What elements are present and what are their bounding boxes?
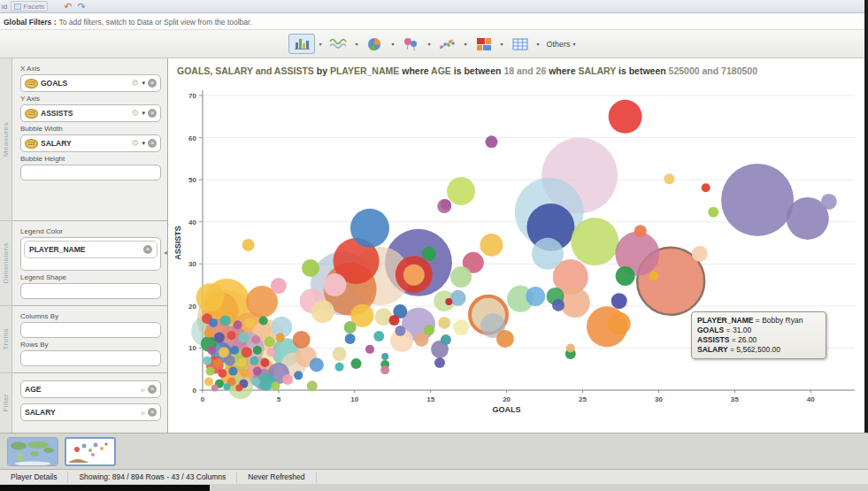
status-view-name: Player Details [0, 472, 68, 483]
dimensions-section: Legend Color PLAYER_NAME × Legend Shape [12, 221, 167, 306]
chevron-down-icon[interactable]: ▾ [142, 80, 145, 87]
legend-color-pill[interactable]: PLAYER_NAME × [24, 241, 157, 258]
gear-icon[interactable]: ⚙ [132, 79, 140, 88]
y-axis-label: Y Axis [20, 95, 161, 103]
filter-salary-value: SALARY [25, 408, 56, 417]
facets-icon [14, 4, 21, 10]
svg-text:ASSISTS: ASSISTS [173, 226, 182, 260]
bar-chart-caret-icon[interactable]: ▾ [319, 41, 321, 47]
svg-text:0: 0 [201, 395, 205, 403]
filter-funnel-icon[interactable]: ▹ [142, 386, 145, 394]
bubble-chart-icon[interactable] [397, 34, 424, 55]
scatter-chart-caret-icon[interactable]: ▾ [464, 41, 466, 47]
legend-shape-label: Legend Shape [20, 273, 161, 281]
gear-icon[interactable]: ⚙ [132, 139, 140, 148]
table-view-caret-icon[interactable]: ▾ [537, 41, 540, 47]
line-chart-caret-icon[interactable]: ▾ [355, 41, 357, 47]
main-area: Measures Dimensions Trellis Filter X Axi… [0, 58, 868, 433]
bubble-height-dropzone[interactable] [20, 165, 161, 180]
pie-chart-icon[interactable] [361, 34, 388, 55]
filter-pill-age[interactable]: AGE ▹ × [20, 380, 161, 398]
status-row-count: Showing: 894 / 894 Rows - 43 / 43 Column… [68, 472, 237, 483]
columns-by-dropzone[interactable] [20, 322, 161, 338]
section-tab-measures[interactable]: Measures [0, 58, 12, 221]
remove-icon[interactable]: × [148, 139, 157, 148]
section-tab-trellis[interactable]: Trellis [0, 306, 12, 373]
legend-color-dropzone[interactable]: PLAYER_NAME × [20, 237, 161, 271]
map-view-thumbnail[interactable] [7, 437, 58, 466]
chevron-down-icon[interactable]: ▾ [142, 140, 145, 147]
filter-pill-salary[interactable]: SALARY ▹ × [20, 403, 161, 421]
heatmap-chart-caret-icon[interactable]: ▾ [501, 41, 503, 47]
tooltip-row: GOALS = 31.00 [697, 326, 820, 335]
sidebar-collapse-icon[interactable]: ◂ [164, 249, 167, 257]
gear-icon[interactable]: ⚙ [132, 109, 140, 118]
y-axis-dropzone[interactable]: 123 ASSISTS ⚙ ▾ × [20, 104, 161, 122]
tooltip-row: PLAYER_NAME = Bobby Ryan [697, 316, 820, 326]
rows-by-dropzone[interactable] [20, 350, 161, 366]
measure-coin-icon: 123 [25, 79, 38, 88]
table-view-icon[interactable] [507, 34, 534, 55]
remove-icon[interactable]: × [143, 245, 152, 254]
svg-text:10: 10 [188, 344, 196, 352]
svg-text:40: 40 [188, 219, 196, 226]
svg-text:20: 20 [188, 303, 196, 311]
bar-chart-icon[interactable] [288, 34, 315, 54]
svg-text:30: 30 [655, 395, 663, 403]
bubble-chart-caret-icon[interactable]: ▾ [427, 41, 430, 47]
bubble-width-dropzone[interactable]: 123 SALARY ⚙ ▾ × [20, 134, 161, 152]
svg-text:0: 0 [193, 387, 197, 395]
remove-icon[interactable]: × [148, 79, 157, 88]
legend-shape-dropzone[interactable] [20, 283, 161, 299]
svg-text:10: 10 [350, 395, 358, 403]
svg-text:60: 60 [188, 134, 196, 142]
redo-icon[interactable]: ↷ [77, 2, 85, 11]
filter-funnel-icon[interactable]: ▹ [142, 409, 145, 417]
pie-chart-caret-icon[interactable]: ▾ [391, 41, 394, 47]
taskbar-fragment [0, 485, 210, 491]
global-filters-text: To add filters, switch to Data or Split … [59, 18, 252, 27]
filter-section: AGE ▹ × SALARY ▹ × [12, 373, 167, 432]
svg-text:GOALS: GOALS [493, 405, 521, 414]
svg-text:35: 35 [731, 395, 739, 403]
window-top-strip: id Facets ↶ ↷ [0, 0, 868, 13]
facets-button[interactable]: Facets [11, 1, 48, 12]
data-point-tooltip: PLAYER_NAME = Bobby Ryan GOALS = 31.00 A… [691, 311, 826, 359]
svg-text:40: 40 [807, 395, 815, 403]
undo-icon[interactable]: ↶ [64, 2, 72, 11]
line-chart-icon[interactable] [325, 34, 351, 54]
y-axis-value: ASSISTS [41, 109, 73, 118]
view-thumbnails-bar [0, 433, 868, 469]
measure-coin-icon: 123 [25, 139, 38, 149]
bubble-chart-panel[interactable]: ◂ 0102030405060700510152025303540GOALSAS… [168, 58, 868, 433]
columns-by-label: Columns By [20, 312, 161, 320]
chevron-down-icon[interactable]: ▾ [142, 110, 145, 117]
others-label: Others [547, 40, 571, 49]
remove-icon[interactable]: × [148, 385, 157, 394]
others-button[interactable]: Others ▾ [543, 38, 580, 50]
measures-section: X Axis 123 GOALS ⚙ ▾ × Y Axis 123 ASSIST… [12, 58, 167, 221]
tooltip-row: ASSISTS = 26.00 [697, 335, 820, 345]
chart-title: GOALS, SALARY and ASSISTS by PLAYER_NAME… [177, 65, 866, 76]
bubble-chart-plot[interactable]: 0102030405060700510152025303540GOALSASSI… [168, 58, 866, 433]
section-tab-filter[interactable]: Filter [0, 373, 12, 432]
remove-icon[interactable]: × [148, 408, 157, 417]
section-tab-dimensions[interactable]: Dimensions [0, 221, 12, 306]
svg-text:15: 15 [426, 395, 434, 403]
status-bar: Player Details Showing: 894 / 894 Rows -… [0, 469, 868, 484]
svg-text:50: 50 [188, 176, 196, 184]
window-title-fragment: id [2, 3, 7, 11]
global-filters-label: Global Filters : [4, 18, 57, 27]
bubble-width-value: SALARY [41, 139, 72, 148]
x-axis-dropzone[interactable]: 123 GOALS ⚙ ▾ × [20, 74, 161, 92]
svg-text:70: 70 [188, 92, 196, 100]
heatmap-chart-icon[interactable] [471, 34, 497, 55]
chart-settings-sidebar: Measures Dimensions Trellis Filter X Axi… [0, 58, 168, 433]
filter-age-value: AGE [25, 385, 41, 394]
bubble-width-label: Bubble Width [20, 125, 161, 133]
scatter-chart-icon[interactable] [434, 34, 460, 55]
chart-type-toolbar: ▾ ▾ ▾ ▾ ▾ [0, 30, 868, 58]
svg-text:20: 20 [503, 395, 511, 403]
bubble-chart-thumbnail[interactable] [65, 437, 116, 466]
remove-icon[interactable]: × [148, 109, 157, 118]
